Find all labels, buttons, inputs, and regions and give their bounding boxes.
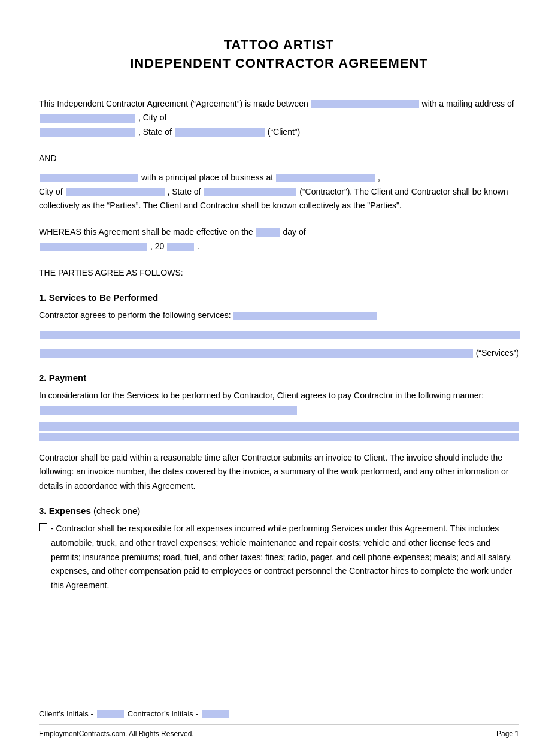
- client-name-field[interactable]: [311, 100, 419, 108]
- services-field-1[interactable]: [233, 312, 377, 320]
- page-number: Page 1: [496, 730, 519, 738]
- expense-checkbox[interactable]: [39, 523, 47, 531]
- client-state-field[interactable]: [175, 128, 265, 137]
- copyright-text: EmploymentContracts.com. All Rights Rese…: [39, 730, 194, 738]
- initials-row: Client’s Initials - Contractor’s initial…: [39, 709, 519, 718]
- expense-checkbox-row: - Contractor shall be responsible for al…: [39, 522, 519, 593]
- payment-text: In consideration for the Services to be …: [39, 391, 484, 400]
- expense-text: - Contractor shall be responsible for al…: [51, 522, 519, 593]
- client-city-field[interactable]: [40, 128, 135, 137]
- section3: 3. Expenses (check one) - Contractor sha…: [39, 506, 519, 593]
- contractor-state-field[interactable]: [204, 188, 296, 196]
- section1: 1. Services to Be Performed Contractor a…: [39, 292, 519, 361]
- services-field-2[interactable]: [40, 331, 520, 339]
- intro-text2: with a mailing address of: [422, 99, 514, 108]
- contractor-initials-field[interactable]: [202, 710, 229, 718]
- payment-field-3[interactable]: [39, 433, 519, 441]
- client-initials-label: Client’s Initials -: [39, 709, 93, 718]
- intro-text1: This Independent Contractor Agreement (“…: [39, 99, 308, 108]
- business-address-field[interactable]: [276, 174, 375, 182]
- and-label: AND: [39, 152, 519, 166]
- and-section: AND with a principal place of business a…: [39, 152, 519, 213]
- contractor-city-field[interactable]: [66, 188, 165, 196]
- year-field[interactable]: [167, 243, 194, 251]
- intro-text4: , State of: [138, 127, 172, 137]
- intro-section: This Independent Contractor Agreement (“…: [39, 97, 519, 140]
- section3-body: - Contractor shall be responsible for al…: [39, 522, 519, 593]
- section1-body: Contractor agrees to perform the followi…: [39, 309, 519, 361]
- footer-line: EmploymentContracts.com. All Rights Rese…: [39, 724, 519, 738]
- and-text3: , State of: [167, 187, 201, 196]
- payment-field-2[interactable]: [39, 422, 519, 431]
- document-page: TATTOO ARTIST INDEPENDENT CONTRACTOR AGR…: [0, 0, 558, 756]
- title-line1: TATTOO ARTIST INDEPENDENT CONTRACTOR AGR…: [39, 36, 519, 73]
- footer: Client’s Initials - Contractor’s initial…: [39, 709, 519, 738]
- section2-body: In consideration for the Services to be …: [39, 389, 519, 494]
- whereas-text1: WHEREAS this Agreement shall be made eff…: [39, 227, 253, 237]
- services-field-3[interactable]: [40, 349, 473, 358]
- section3-heading-suffix: (check one): [93, 506, 140, 516]
- payment-field-1[interactable]: [40, 406, 297, 415]
- mailing-address-field[interactable]: [40, 114, 135, 123]
- services-text: Contractor agrees to perform the followi…: [39, 310, 231, 320]
- section2-heading: 2. Payment: [39, 373, 519, 383]
- document-title: TATTOO ARTIST INDEPENDENT CONTRACTOR AGR…: [39, 36, 519, 73]
- and-text1: with a principal place of business at: [141, 173, 273, 182]
- city-label: City of: [39, 187, 63, 196]
- section3-heading: 3. Expenses (check one): [39, 506, 519, 516]
- contractor-initials-label: Contractor’s initials -: [128, 709, 198, 718]
- day-field[interactable]: [256, 228, 280, 237]
- whereas-text2: , 20: [150, 241, 164, 251]
- contractor-name-field[interactable]: [40, 174, 138, 182]
- agree-text: THE PARTIES AGREE AS FOLLOWS:: [39, 266, 519, 280]
- client-initials-field[interactable]: [97, 710, 124, 718]
- intro-text3: , City of: [138, 113, 166, 122]
- agree-section: THE PARTIES AGREE AS FOLLOWS:: [39, 266, 519, 280]
- month-field[interactable]: [40, 243, 147, 251]
- day-label: day of: [283, 227, 306, 237]
- intro-text5: (“Client”): [268, 127, 300, 137]
- payment-note: Contractor shall be paid within a reason…: [39, 451, 519, 494]
- services-suffix: (“Services”): [476, 346, 519, 361]
- and-text2: ,: [378, 173, 380, 182]
- section1-heading: 1. Services to Be Performed: [39, 292, 519, 303]
- whereas-section: WHEREAS this Agreement shall be made eff…: [39, 225, 519, 254]
- section2: 2. Payment In consideration for the Serv…: [39, 373, 519, 494]
